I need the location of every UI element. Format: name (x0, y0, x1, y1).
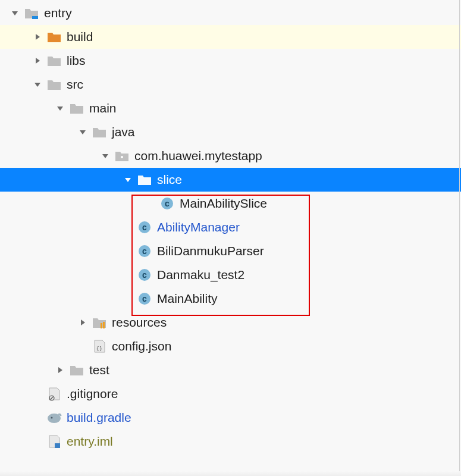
tree-item-libs[interactable]: libs (0, 49, 461, 73)
tree-item-label: resources (112, 315, 167, 330)
chevron-down-icon[interactable] (10, 8, 20, 18)
gitignore-file-icon (46, 386, 62, 402)
tree-item-config-json[interactable]: config.json (0, 334, 461, 358)
tree-item-label: slice (157, 173, 182, 187)
tree-item-package[interactable]: com.huawei.mytestapp (0, 144, 461, 168)
class-icon (137, 243, 152, 259)
chevron-down-icon[interactable] (123, 174, 133, 185)
tree-item-label: main (89, 101, 117, 115)
folder-icon (24, 5, 39, 21)
tree-item-resources[interactable]: resources (0, 311, 461, 334)
gradle-file-icon (46, 410, 62, 425)
chevron-down-icon[interactable] (55, 103, 65, 114)
chevron-right-icon[interactable] (55, 365, 65, 375)
tree-item-build-gradle[interactable]: build.gradle (0, 406, 461, 430)
tree-item-label: test (89, 363, 109, 377)
class-icon (137, 291, 152, 306)
tree-item-main[interactable]: main (0, 96, 461, 120)
tree-item-label: MainAbilitySlice (180, 196, 267, 211)
tree-item-slice[interactable]: slice (0, 168, 461, 192)
project-tree: entry build libs src main java (0, 0, 461, 453)
tree-item-ability-manager[interactable]: AbilityManager (0, 215, 461, 239)
tree-item-danmaku-test2[interactable]: Danmaku_test2 (0, 263, 461, 287)
tree-item-label: libs (67, 54, 86, 68)
chevron-right-icon[interactable] (32, 55, 43, 66)
chevron-right-icon[interactable] (32, 32, 43, 42)
tree-item-label: com.huawei.mytestapp (134, 149, 262, 163)
tree-item-entry[interactable]: entry (0, 1, 461, 25)
iml-file-icon (46, 434, 62, 449)
folder-resources-icon (92, 315, 107, 330)
folder-icon (46, 29, 62, 45)
tree-item-java[interactable]: java (0, 120, 461, 144)
tree-item-label: Danmaku_test2 (157, 268, 244, 282)
class-icon (137, 267, 152, 283)
folder-icon (69, 101, 84, 116)
folder-icon (137, 172, 152, 187)
tree-item-label: entry.iml (67, 434, 113, 449)
class-icon (137, 220, 152, 235)
tree-item-src[interactable]: src (0, 73, 461, 96)
chevron-down-icon[interactable] (100, 151, 111, 161)
tree-item-label: MainAbility (157, 292, 218, 306)
folder-icon (92, 124, 107, 140)
tree-item-gitignore[interactable]: .gitignore (0, 382, 461, 406)
chevron-down-icon[interactable] (77, 127, 88, 137)
tree-item-label: BiliDanmukuParser (157, 244, 264, 258)
folder-icon (46, 53, 62, 68)
chevron-right-icon[interactable] (77, 317, 88, 328)
tree-item-main-ability-slice[interactable]: MainAbilitySlice (0, 192, 461, 215)
bottom-fade (0, 471, 461, 476)
tree-item-label: build (67, 30, 93, 44)
tree-item-bili-danmuku-parser[interactable]: BiliDanmukuParser (0, 239, 461, 263)
class-icon (159, 196, 175, 211)
tree-item-build[interactable]: build (0, 25, 461, 49)
chevron-down-icon[interactable] (32, 79, 43, 90)
tree-item-label: config.json (112, 339, 171, 353)
tree-item-test[interactable]: test (0, 358, 461, 382)
vertical-divider (459, 0, 460, 476)
tree-item-label: AbilityManager (157, 220, 240, 234)
folder-icon (69, 362, 84, 378)
tree-item-label: java (112, 125, 135, 139)
tree-item-entry-iml[interactable]: entry.iml (0, 430, 461, 453)
folder-icon (46, 77, 62, 92)
tree-item-label: build.gradle (67, 411, 131, 425)
tree-item-label: entry (44, 6, 72, 20)
tree-item-main-ability[interactable]: MainAbility (0, 287, 461, 311)
tree-item-label: src (67, 77, 83, 92)
json-file-icon (92, 339, 107, 354)
package-icon (114, 148, 130, 164)
tree-item-label: .gitignore (67, 387, 118, 401)
